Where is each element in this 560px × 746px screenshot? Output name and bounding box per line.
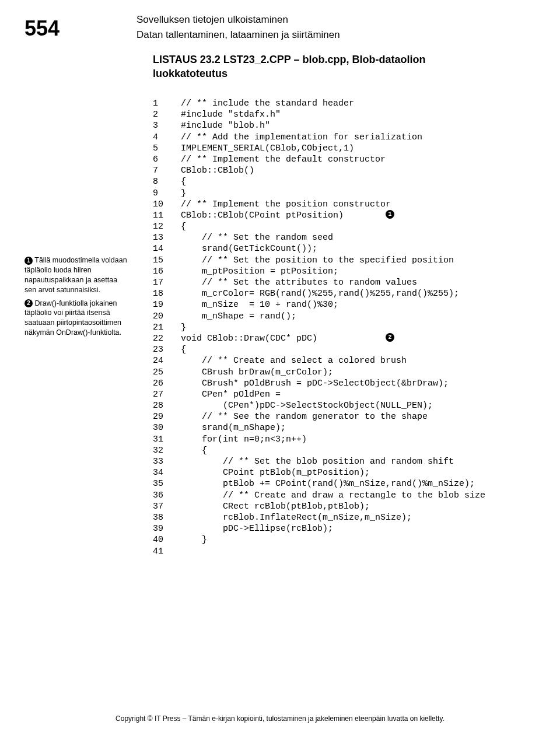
code-line: 11CBlob::CBlob(CPoint ptPosition) 1	[153, 210, 519, 221]
code-line: 2#include "stdafx.h"	[153, 109, 519, 120]
note-1: 1 Tällä muodostimella voidaan täpläolio …	[24, 255, 127, 295]
code-line: 23{	[153, 344, 519, 355]
code-line: 16 m_ptPosition = ptPosition;	[153, 266, 519, 277]
code-line: 38 rcBlob.InflateRect(m_nSize,m_nSize);	[153, 512, 519, 523]
code-line: 22void CBlob::Draw(CDC* pDC) 2	[153, 333, 519, 344]
line-number: 18	[153, 288, 181, 299]
code-line: 27 CPen* pOldPen =	[153, 389, 519, 400]
line-number: 3	[153, 120, 181, 131]
code-line: 32 {	[153, 445, 519, 456]
line-number: 6	[153, 154, 181, 165]
code-text: // ** Create and draw a rectangle to the…	[181, 490, 485, 501]
code-line: 18 m_crColor= RGB(rand()%255,rand()%255,…	[153, 288, 519, 299]
code-line: 33 // ** Set the blob position and rando…	[153, 456, 519, 467]
line-number: 7	[153, 165, 181, 176]
code-line: 15 // ** Set the position to the specifi…	[153, 255, 519, 266]
line-number: 13	[153, 232, 181, 243]
line-number: 29	[153, 411, 181, 422]
code-line: 29 // ** See the random generator to the…	[153, 411, 519, 422]
code-line: 39 pDC->Ellipse(rcBlob);	[153, 523, 519, 534]
code-text: CPen* pOldPen =	[181, 389, 281, 400]
code-line: 40 }	[153, 534, 519, 545]
code-line: 4// ** Add the implementation for serial…	[153, 132, 519, 143]
note-2-text: Draw()-funktiolla jokainen täpläolio voi…	[24, 299, 121, 337]
line-number: 39	[153, 523, 181, 534]
line-number: 1	[153, 98, 181, 109]
code-text: m_nSize = 10 + rand()%30;	[181, 299, 338, 310]
code-line: 19 m_nSize = 10 + rand()%30;	[153, 299, 519, 310]
code-text: // ** Create and select a colored brush	[181, 355, 407, 366]
section-title: Sovelluksen tietojen ulkoistaminen	[136, 14, 508, 26]
listing-heading-line-1: LISTAUS 23.2 LST23_2.CPP – blob.cpp, Blo…	[153, 54, 425, 65]
code-text: }	[181, 534, 207, 545]
code-text: {	[181, 221, 186, 232]
code-text: // ** Set the random seed	[181, 232, 333, 243]
code-line: 25 CBrush brDraw(m_crColor);	[153, 367, 519, 378]
line-number: 10	[153, 199, 181, 210]
code-text: #include "stdafx.h"	[181, 109, 281, 120]
code-line: 6// ** Implement the default constructor	[153, 154, 519, 165]
code-text: CRect rcBlob(ptBlob,ptBlob);	[181, 501, 370, 512]
header: Sovelluksen tietojen ulkoistaminen Datan…	[136, 14, 508, 81]
line-number: 21	[153, 322, 181, 333]
callout-1-icon: 1	[24, 257, 33, 265]
line-number: 11	[153, 210, 181, 221]
code-line: 30 srand(m_nShape);	[153, 422, 519, 433]
code-line: 34 CPoint ptBlob(m_ptPosition);	[153, 467, 519, 478]
code-text: CBlob::CBlob(CPoint ptPosition)	[181, 210, 386, 221]
code-line: 13 // ** Set the random seed	[153, 232, 519, 243]
note-1-text: Tällä muodostimella voidaan täpläolio lu…	[24, 256, 127, 294]
code-text: rcBlob.InflateRect(m_nSize,m_nSize);	[181, 512, 412, 523]
margin-notes: 1 Tällä muodostimella voidaan täpläolio …	[24, 255, 127, 341]
code-line: 8{	[153, 176, 519, 187]
code-text: srand(GetTickCount());	[181, 243, 317, 254]
code-line: 14 srand(GetTickCount());	[153, 243, 519, 254]
line-number: 17	[153, 277, 181, 288]
line-number: 31	[153, 434, 181, 445]
code-line: 9}	[153, 188, 519, 199]
code-text: CPoint ptBlob(m_ptPosition);	[181, 467, 370, 478]
code-line: 5IMPLEMENT_SERIAL(CBlob,CObject,1)	[153, 143, 519, 154]
code-line: 17 // ** Set the attributes to random va…	[153, 277, 519, 288]
code-text: void CBlob::Draw(CDC* pDC)	[181, 333, 386, 344]
code-text: {	[181, 176, 186, 187]
code-text: m_crColor= RGB(rand()%255,rand()%255,ran…	[181, 288, 459, 299]
line-number: 16	[153, 266, 181, 277]
code-text: }	[181, 188, 186, 199]
code-line: 1// ** include the standard header	[153, 98, 519, 109]
listing-heading-line-2: luokkatoteutus	[153, 68, 228, 79]
code-text: #include "blob.h"	[181, 120, 270, 131]
code-text: ptBlob += CPoint(rand()%m_nSize,rand()%m…	[181, 478, 475, 489]
line-number: 9	[153, 188, 181, 199]
code-text: // ** Implement the default constructor	[181, 154, 386, 165]
callout-1-inline-icon: 1	[386, 210, 394, 219]
line-number: 26	[153, 378, 181, 389]
callout-2-inline-icon: 2	[386, 333, 394, 342]
code-line: 37 CRect rcBlob(ptBlob,ptBlob);	[153, 501, 519, 512]
line-number: 30	[153, 422, 181, 433]
line-number: 15	[153, 255, 181, 266]
line-number: 27	[153, 389, 181, 400]
subsection-title: Datan tallentaminen, lataaminen ja siirt…	[136, 29, 508, 41]
code-text: pDC->Ellipse(rcBlob);	[181, 523, 333, 534]
code-text: // ** Add the implementation for seriali…	[181, 132, 422, 143]
line-number: 38	[153, 512, 181, 523]
line-number: 32	[153, 445, 181, 456]
code-text: // ** See the random generator to the sh…	[181, 411, 428, 422]
line-number: 33	[153, 456, 181, 467]
code-block: 1// ** include the standard header2#incl…	[153, 98, 519, 557]
code-line: 10// ** Implement the position construct…	[153, 199, 519, 210]
code-text: // ** include the standard header	[181, 98, 354, 109]
code-text: // ** Set the blob position and random s…	[181, 456, 454, 467]
line-number: 4	[153, 132, 181, 143]
page-number: 554	[24, 16, 60, 41]
code-text: {	[181, 445, 207, 456]
line-number: 41	[153, 546, 181, 557]
code-text: }	[181, 322, 186, 333]
code-text: for(int n=0;n<3;n++)	[181, 434, 307, 445]
code-text: // ** Set the position to the specified …	[181, 255, 454, 266]
line-number: 5	[153, 143, 181, 154]
code-text: CBrush* pOldBrush = pDC->SelectObject(&b…	[181, 378, 449, 389]
line-number: 2	[153, 109, 181, 120]
code-text: // ** Set the attributes to random value…	[181, 277, 417, 288]
